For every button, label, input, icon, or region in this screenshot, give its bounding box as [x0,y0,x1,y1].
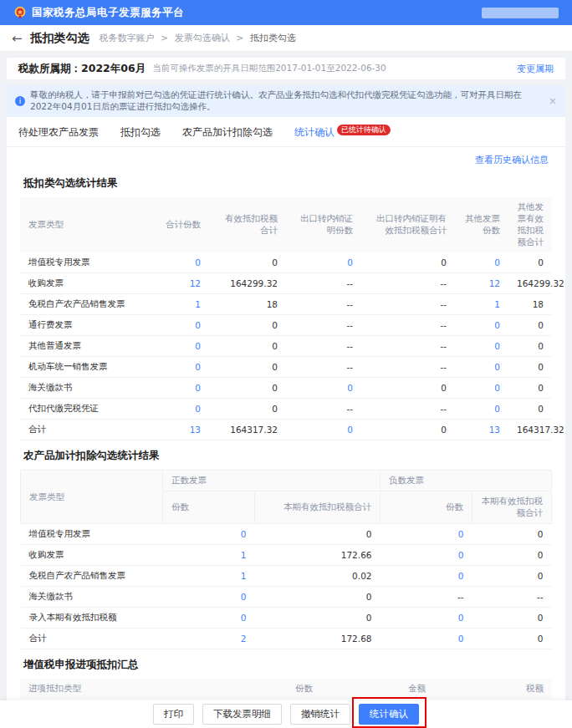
col-header: 有效抵扣税额合计 [209,197,286,252]
tax-period-card: 税款所属期：2022年06月 当前可操作发票的开具日期范围2017-01-01至… [7,58,565,79]
amount-value: 0 [508,378,552,399]
amount-value: 0 [472,524,552,545]
count-link[interactable]: 2 [163,629,255,649]
count-link[interactable]: 0 [455,357,508,378]
row-label: 免税自产农产品销售发票 [21,566,163,587]
row-label: 海关缴款书 [20,378,152,399]
count-link[interactable]: 12 [152,273,209,294]
section-farm-extra-deduction-stats: 农产品加计扣除勾选统计结果 发票类型 正数发票 负数发票 份数 本期有效抵扣税额… [7,440,565,649]
col-header: 金额 [321,679,434,699]
amount-value: 164299.32 [209,273,286,294]
change-period-link[interactable]: 变更属期 [517,63,554,75]
tab-statistics-confirm[interactable]: 统计确认已统计待确认 [294,125,391,140]
count-link[interactable]: 0 [380,629,472,649]
count-link[interactable]: 1 [163,545,255,566]
section-title: 农产品加计扣除勾选统计结果 [20,440,552,470]
count-link[interactable]: 0 [152,252,209,273]
count-link[interactable]: 0 [455,315,508,336]
count-link[interactable]: 0 [152,399,209,420]
count-link[interactable]: 0 [455,252,508,273]
count-link[interactable]: 1 [163,566,255,587]
amount-value: 0 [361,378,455,399]
table-row: 海关缴款书000000 [20,378,552,399]
amount-value: -- [286,294,361,315]
count-link[interactable]: 0 [380,566,472,587]
table-row: 海关缴款书00---- [21,587,552,608]
app-header: 国家税务总局电子发票服务平台 [0,0,572,25]
count-link[interactable]: 0 [455,336,508,357]
count-link[interactable]: 0 [163,608,255,629]
table-row: 增值税专用发票0000 [21,524,552,545]
amount-value: 0 [508,399,552,420]
row-label: 其他普通发票 [20,336,152,357]
count-link[interactable]: 0 [152,357,209,378]
statistics-confirm-button[interactable]: 统计确认 [359,704,419,725]
print-button[interactable]: 打印 [153,704,194,725]
notice-banner: i 尊敬的纳税人，请于申报前对已勾选的凭证进行统计确认。农产品业务抵扣勾选和代扣… [7,85,565,117]
crumb-digital-account[interactable]: 税务数字账户 [100,33,155,43]
count-link[interactable]: 12 [455,273,508,294]
count-link[interactable]: 0 [152,336,209,357]
table-row: 合计13164317.320013164317.32 [20,420,552,440]
revoke-statistics-button[interactable]: 撤销统计 [290,704,350,725]
count-link[interactable]: 0 [455,378,508,399]
amount-value: 172.68 [255,629,380,649]
count-link[interactable]: 13 [152,420,209,440]
table-row: 增值税专用发票000000 [20,252,552,273]
count-link[interactable]: 0 [380,545,472,566]
count-link[interactable]: 13 [455,420,508,440]
amount-value: 0 [255,587,380,608]
amount-value: 0 [255,608,380,629]
main-card: i 尊敬的纳税人，请于申报前对已勾选的凭证进行统计确认。农产品业务抵扣勾选和代扣… [7,85,565,728]
table-row: 免税自产农产品销售发票118----118 [20,294,552,315]
count-link[interactable]: 0 [152,315,209,336]
count-link[interactable]: 0 [455,399,508,420]
page-title: 抵扣类勾选 [31,31,89,46]
status-badge: 已统计待确认 [337,125,391,135]
amount-value: 0 [209,357,286,378]
count-link[interactable]: 1 [152,294,209,315]
amount-value: 0 [508,357,552,378]
count-link[interactable]: 0 [380,608,472,629]
table-row: 收购发票1172.6600 [21,545,552,566]
tab-pending-farm-invoices[interactable]: 待处理农产品发票 [18,125,99,140]
count-link[interactable]: 0 [163,524,255,545]
crumb-invoice-confirm[interactable]: 发票勾选确认 [175,33,230,43]
col-header: 其他发票有效抵扣税额合计 [508,197,552,252]
col-header: 税额 [434,679,552,699]
amount-value: -- [361,315,455,336]
close-icon[interactable]: × [540,95,557,107]
count-link[interactable]: 0 [380,524,472,545]
count-link[interactable]: 0 [152,378,209,399]
tab-deduction-check[interactable]: 抵扣勾选 [120,125,161,140]
section-title: 增值税申报进项抵扣汇总 [20,649,552,679]
count-link[interactable]: 0 [286,420,361,440]
table-row: 代扣代缴完税凭证00----00 [20,399,552,420]
table-row: 免税自产农产品销售发票10.0200 [21,566,552,587]
count-link[interactable]: 1 [455,294,508,315]
amount-value: 0 [361,252,455,273]
amount-value: 0 [508,336,552,357]
crumb-separator: > [236,33,243,43]
amount-value: 0 [472,629,552,649]
tab-farm-extra-deduction-check[interactable]: 农产品加计扣除勾选 [182,125,273,140]
col-header: 本期有效抵扣税额合计 [255,491,380,524]
back-arrow-icon[interactable]: ← [12,31,23,46]
table-row: 机动车统一销售发票00----00 [20,357,552,378]
count-link[interactable]: 0 [163,587,255,608]
count-link[interactable]: 0 [286,378,361,399]
download-invoice-detail-button[interactable]: 下载发票明细 [202,704,282,725]
view-history-confirm-link[interactable]: 查看历史确认信息 [475,155,549,165]
amount-value: 164317.32 [209,420,286,440]
tax-period-hint: 当前可操作发票的开具日期范围2017-01-01至2022-06-30 [152,63,386,74]
user-info-blurred[interactable] [482,8,559,18]
col-header: 本期有效抵扣税额合计 [472,491,552,524]
amount-value: -- [380,587,472,608]
row-label: 代扣代缴完税凭证 [20,399,152,420]
col-header: 份数 [263,679,321,699]
amount-value: -- [361,336,455,357]
count-link[interactable]: 0 [286,252,361,273]
amount-value: 0 [472,566,552,587]
amount-value: 0.02 [255,566,380,587]
row-label: 合计 [21,629,163,649]
